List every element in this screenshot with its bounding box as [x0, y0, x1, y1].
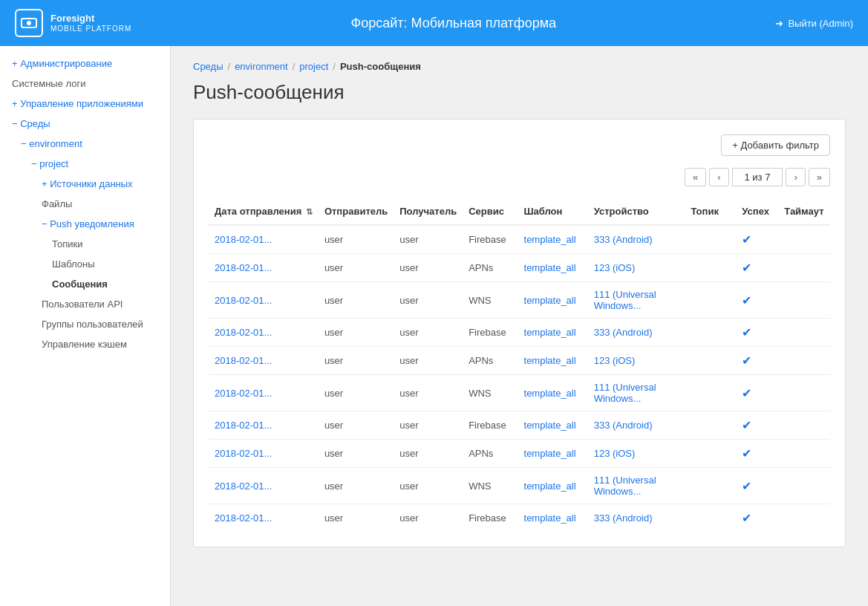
sidebar-item-admin[interactable]: + Администрирование	[0, 53, 170, 74]
cell-device[interactable]: 123 (iOS)	[588, 254, 685, 282]
cell-date[interactable]: 2018-02-01...	[209, 319, 319, 347]
breadcrumb-environment[interactable]: environment	[235, 61, 288, 72]
sidebar-item-logs[interactable]: Системные логи	[0, 74, 170, 94]
col-header-device: Устройство	[588, 198, 685, 225]
breadcrumb-current: Push-сообщения	[340, 61, 421, 72]
cell-success: ✔	[736, 347, 778, 375]
app-title: Форсайт: Мобильная платформа	[351, 16, 557, 31]
cell-timeout	[778, 347, 830, 375]
layout: + Администрирование Системные логи + Упр…	[0, 46, 868, 606]
cell-date[interactable]: 2018-02-01...	[209, 282, 319, 319]
sidebar-item-envs[interactable]: − Среды	[0, 114, 170, 134]
cell-template[interactable]: template_all	[518, 225, 588, 254]
cell-service: APNs	[463, 440, 518, 468]
cell-from: user	[319, 319, 394, 347]
cell-device[interactable]: 111 (Universal Windows...	[588, 375, 685, 411]
cell-service: APNs	[463, 347, 518, 375]
cell-from: user	[319, 225, 394, 254]
pagination-first-button[interactable]: «	[685, 168, 706, 186]
cell-topic	[685, 375, 736, 411]
cell-from: user	[319, 468, 394, 504]
pagination-prev-button[interactable]: ‹	[709, 168, 728, 186]
sidebar-item-messages[interactable]: Сообщения	[0, 274, 170, 294]
svg-point-1	[27, 21, 31, 25]
sidebar-item-push[interactable]: − Push уведомления	[0, 214, 170, 234]
table-row: 2018-02-01... user user Firebase templat…	[209, 319, 830, 347]
cell-device[interactable]: 333 (Android)	[588, 225, 685, 254]
cell-service: APNs	[463, 254, 518, 282]
cell-template[interactable]: template_all	[518, 254, 588, 282]
sidebar-item-topics[interactable]: Топики	[0, 234, 170, 254]
sidebar-item-datasources[interactable]: + Источники данных	[0, 174, 170, 194]
header: Foresight MOBILE PLATFORM Форсайт: Мобил…	[0, 0, 868, 46]
cell-success: ✔	[736, 411, 778, 440]
pagination-next-button[interactable]: ›	[786, 168, 805, 186]
cell-template[interactable]: template_all	[518, 375, 588, 411]
cell-device[interactable]: 333 (Android)	[588, 504, 685, 532]
table-row: 2018-02-01... user user Firebase templat…	[209, 225, 830, 254]
cell-template[interactable]: template_all	[518, 319, 588, 347]
cell-date[interactable]: 2018-02-01...	[209, 504, 319, 532]
cell-device[interactable]: 111 (Universal Windows...	[588, 282, 685, 319]
sidebar-item-project[interactable]: − project	[0, 154, 170, 174]
sidebar-item-cache[interactable]: Управление кэшем	[0, 334, 170, 354]
cell-date[interactable]: 2018-02-01...	[209, 347, 319, 375]
cell-template[interactable]: template_all	[518, 504, 588, 532]
cell-to: user	[394, 375, 463, 411]
logo-text: Foresight MOBILE PLATFORM	[50, 13, 131, 33]
filter-bar: + Добавить фильтр	[209, 134, 830, 156]
cell-from: user	[319, 254, 394, 282]
cell-timeout	[778, 375, 830, 411]
logo-title: Foresight	[50, 13, 131, 25]
table-row: 2018-02-01... user user Firebase templat…	[209, 411, 830, 440]
sidebar-item-user-groups[interactable]: Группы пользователей	[0, 314, 170, 334]
sort-icon-date[interactable]: ⇅	[306, 207, 313, 216]
cell-date[interactable]: 2018-02-01...	[209, 225, 319, 254]
cell-template[interactable]: template_all	[518, 468, 588, 504]
cell-timeout	[778, 319, 830, 347]
cell-to: user	[394, 254, 463, 282]
cell-success: ✔	[736, 319, 778, 347]
sidebar-item-files[interactable]: Файлы	[0, 194, 170, 214]
cell-service: WNS	[463, 468, 518, 504]
cell-to: user	[394, 440, 463, 468]
breadcrumb-project[interactable]: project	[299, 61, 328, 72]
cell-success: ✔	[736, 254, 778, 282]
cell-topic	[685, 347, 736, 375]
table-row: 2018-02-01... user user APNs template_al…	[209, 347, 830, 375]
cell-device[interactable]: 123 (iOS)	[588, 440, 685, 468]
cell-template[interactable]: template_all	[518, 440, 588, 468]
cell-device[interactable]: 333 (Android)	[588, 319, 685, 347]
sidebar-item-api-users[interactable]: Пользователи API	[0, 294, 170, 314]
cell-template[interactable]: template_all	[518, 411, 588, 440]
add-filter-button[interactable]: + Добавить фильтр	[721, 134, 830, 156]
breadcrumb-envs[interactable]: Среды	[193, 61, 223, 72]
breadcrumb-sep2: /	[293, 61, 296, 72]
sidebar-item-environment[interactable]: − environment	[0, 134, 170, 154]
cell-success: ✔	[736, 225, 778, 254]
cell-topic	[685, 225, 736, 254]
cell-device[interactable]: 333 (Android)	[588, 411, 685, 440]
cell-to: user	[394, 411, 463, 440]
col-header-success: Успех	[736, 198, 778, 225]
cell-timeout	[778, 440, 830, 468]
cell-date[interactable]: 2018-02-01...	[209, 468, 319, 504]
cell-date[interactable]: 2018-02-01...	[209, 411, 319, 440]
cell-service: Firebase	[463, 411, 518, 440]
cell-date[interactable]: 2018-02-01...	[209, 440, 319, 468]
messages-table: Дата отправления ⇅ Отправитель Получател…	[209, 198, 830, 532]
sidebar-item-apps[interactable]: + Управление приложениями	[0, 94, 170, 114]
cell-from: user	[319, 411, 394, 440]
sidebar: + Администрирование Системные логи + Упр…	[0, 46, 171, 606]
pagination-last-button[interactable]: »	[809, 168, 830, 186]
sidebar-item-templates[interactable]: Шаблоны	[0, 254, 170, 274]
cell-template[interactable]: template_all	[518, 347, 588, 375]
cell-service: Firebase	[463, 319, 518, 347]
logout-button[interactable]: ➜ Выйти (Admin)	[775, 18, 853, 29]
cell-date[interactable]: 2018-02-01...	[209, 375, 319, 411]
cell-template[interactable]: template_all	[518, 282, 588, 319]
cell-date[interactable]: 2018-02-01...	[209, 254, 319, 282]
cell-device[interactable]: 111 (Universal Windows...	[588, 468, 685, 504]
cell-success: ✔	[736, 468, 778, 504]
cell-device[interactable]: 123 (iOS)	[588, 347, 685, 375]
